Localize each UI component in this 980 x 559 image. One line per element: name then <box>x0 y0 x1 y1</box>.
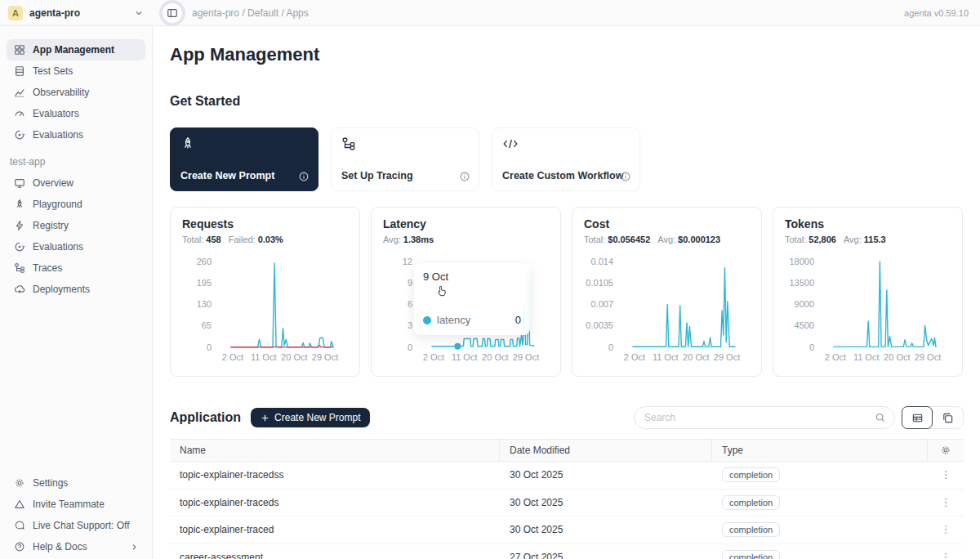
stat-value: 0.03% <box>258 235 283 244</box>
row-actions-menu[interactable]: ⋮ <box>941 525 951 534</box>
sidebar-item-traces[interactable]: Traces <box>7 257 145 279</box>
cursor-hand-icon <box>435 284 448 297</box>
sidebar-item-app-management[interactable]: App Management <box>7 39 145 60</box>
workspace-selector[interactable]: A agenta-pro <box>0 6 153 20</box>
workspace-name: agenta-pro <box>29 7 126 19</box>
sidebar-item-label: Evaluations <box>33 241 83 253</box>
stat-value: 458 <box>206 235 220 244</box>
metric-title: Tokens <box>785 217 951 230</box>
card-label: Create New Prompt <box>180 170 274 181</box>
application-header-row: Application Create New Prompt <box>170 406 964 429</box>
sidebar-item-evaluations[interactable]: Evaluations <box>7 124 145 145</box>
sidebar-item-help-docs[interactable]: Help & Docs <box>7 536 145 557</box>
svg-text:11 Oct: 11 Oct <box>653 352 679 362</box>
panel-left-icon <box>167 7 178 19</box>
cloud-icon <box>13 284 25 296</box>
requests-chart[interactable]: 0651301952602 Oct11 Oct20 Oct29 Oct <box>171 250 361 373</box>
requests-card: Requests Total:458Failed:0.03% 065130195… <box>170 207 360 377</box>
row-actions-menu[interactable]: ⋮ <box>941 471 951 479</box>
main-content: App Management Get Started Create New Pr… <box>154 26 980 559</box>
stat-label: Total: <box>182 235 203 244</box>
search-icon[interactable] <box>875 412 886 423</box>
info-icon[interactable] <box>620 171 631 182</box>
svg-text:11 Oct: 11 Oct <box>452 352 478 362</box>
get-started-title: Get Started <box>170 94 964 109</box>
sidebar-item-live-chat[interactable]: Live Chat Support: Off <box>7 515 145 536</box>
help-circle-icon <box>13 541 25 553</box>
sidebar-item-invite-teammate[interactable]: Invite Teammate <box>7 494 145 515</box>
application-title: Application <box>170 410 241 425</box>
create-custom-workflow-card[interactable]: Create Custom Workflow <box>492 127 640 191</box>
svg-text:20 Oct: 20 Oct <box>884 352 910 362</box>
create-new-prompt-button[interactable]: Create New Prompt <box>251 408 370 427</box>
tokens-chart[interactable]: 04500900013500180002 Oct11 Oct20 Oct29 O… <box>773 250 964 373</box>
breadcrumb[interactable]: agenta-pro / Default / Apps <box>192 7 904 19</box>
row-actions-menu[interactable]: ⋮ <box>941 553 951 559</box>
sidebar-section-test-app: test-app <box>10 156 142 168</box>
create-new-prompt-card[interactable]: Create New Prompt <box>170 127 318 191</box>
svg-text:3: 3 <box>408 320 412 330</box>
set-up-tracing-card[interactable]: Set Up Tracing <box>331 127 479 191</box>
svg-text:0: 0 <box>207 342 212 352</box>
lightning-icon <box>13 220 25 232</box>
column-header-date-modified[interactable]: Date Modified <box>500 440 712 461</box>
sidebar-item-overview[interactable]: Overview <box>7 172 145 194</box>
search-input[interactable] <box>643 411 875 424</box>
sidebar-item-label: Help & Docs <box>33 541 87 552</box>
app-date: 30 Oct 2025 <box>500 469 712 481</box>
sidebar-item-playground[interactable]: Playground <box>7 194 145 215</box>
info-icon[interactable] <box>298 171 310 182</box>
metric-stats: Total:52,806Avg:115.3 <box>785 235 951 244</box>
chat-bubble-icon <box>13 520 25 532</box>
sidebar-item-settings[interactable]: Settings <box>7 472 145 494</box>
tokens-card: Tokens Total:52,806Avg:115.3 04500900013… <box>773 207 963 377</box>
app-name[interactable]: topic-explainer-tracedss <box>170 469 500 481</box>
app-date: 30 Oct 2025 <box>500 524 712 535</box>
app-name[interactable]: topic-explainer-traceds <box>170 497 500 508</box>
svg-text:65: 65 <box>202 320 212 330</box>
sidebar-item-observability[interactable]: Observability <box>7 82 145 103</box>
card-view-button[interactable] <box>932 407 963 428</box>
sidebar-item-deployments[interactable]: Deployments <box>7 279 145 300</box>
type-badge: completion <box>722 495 780 510</box>
sidebar-item-evaluators[interactable]: Evaluators <box>7 103 145 124</box>
row-actions-menu[interactable]: ⋮ <box>941 499 951 507</box>
table-row[interactable]: topic-explainer-traced 30 Oct 2025 compl… <box>170 517 964 544</box>
card-label: Create Custom Workflow <box>502 170 623 181</box>
top-bar: A agenta-pro agenta-pro / Default / Apps… <box>0 0 980 26</box>
sidebar-item-app-evaluations[interactable]: Evaluations <box>7 236 145 257</box>
chart-tooltip: 9 Oct latency 0 <box>414 263 530 335</box>
line-chart-icon <box>13 87 25 99</box>
column-header-name[interactable]: Name <box>170 440 500 461</box>
sidebar-footer: Settings Invite Teammate Live Chat Suppo… <box>7 472 145 557</box>
type-badge: completion <box>722 522 780 537</box>
table-row[interactable]: topic-explainer-tracedss 30 Oct 2025 com… <box>170 462 964 490</box>
tooltip-series: latency <box>437 314 470 326</box>
workspace-avatar: A <box>8 6 23 20</box>
cost-card: Cost Total:$0.056452Avg:$0.000123 00.003… <box>572 207 762 377</box>
table-row[interactable]: topic-explainer-traceds 30 Oct 2025 comp… <box>170 490 964 517</box>
table-settings-gear-icon[interactable] <box>940 445 951 456</box>
svg-text:11 Oct: 11 Oct <box>853 352 880 362</box>
table-header: Name Date Modified Type <box>170 439 964 462</box>
column-header-type[interactable]: Type <box>712 440 928 461</box>
app-name[interactable]: topic-explainer-traced <box>170 524 500 535</box>
table-view-button[interactable] <box>902 406 933 429</box>
stat-value: 52,806 <box>808 235 836 244</box>
cost-chart[interactable]: 00.00350.0070.01050.0142 Oct11 Oct20 Oct… <box>572 250 763 373</box>
sidebar-item-label: Observability <box>33 87 89 98</box>
sidebar-item-registry[interactable]: Registry <box>7 215 145 236</box>
metric-stats: Total:$0.056452Avg:$0.000123 <box>584 235 750 244</box>
sidebar-item-label: Live Chat Support: Off <box>33 520 130 531</box>
chevron-down-icon <box>132 7 145 19</box>
sidebar-item-test-sets[interactable]: Test Sets <box>7 60 145 82</box>
sidebar-toggle-button[interactable] <box>163 3 182 23</box>
table-row[interactable]: career-assessment 27 Oct 2025 completion… <box>170 544 964 559</box>
svg-text:0: 0 <box>608 342 613 352</box>
metric-title: Cost <box>584 217 750 230</box>
stat-label: Total: <box>584 235 605 244</box>
svg-text:260: 260 <box>197 257 212 266</box>
info-icon[interactable] <box>459 171 470 182</box>
app-name[interactable]: career-assessment <box>170 552 500 559</box>
metric-title: Latency <box>383 217 549 230</box>
